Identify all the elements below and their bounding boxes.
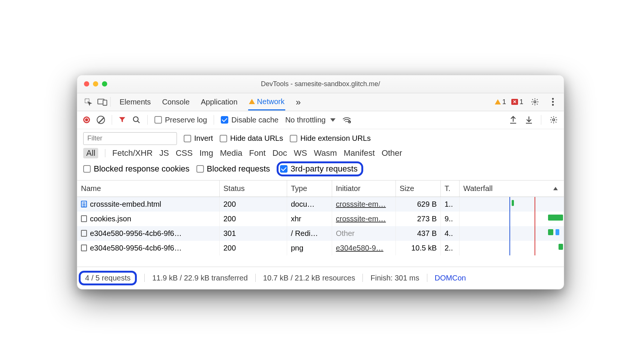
tab-console[interactable]: Console	[161, 94, 190, 110]
waterfall-cell	[460, 212, 564, 226]
panel-tabbar: Elements Console Application Network » 1…	[77, 93, 564, 111]
advanced-filters-row: Blocked response cookies Blocked request…	[77, 161, 564, 181]
type-font[interactable]: Font	[249, 148, 266, 158]
initiator-link[interactable]: crosssite-em…	[336, 200, 386, 209]
network-toolbar: Preserve log Disable cache No throttling	[77, 111, 564, 129]
type-ws[interactable]: WS	[294, 148, 307, 158]
col-time[interactable]: T.	[441, 181, 460, 197]
col-status[interactable]: Status	[220, 181, 287, 197]
hide-extension-urls-checkbox[interactable]: Hide extension URLs	[290, 134, 371, 143]
status-finish: Finish: 301 ms	[370, 274, 419, 282]
hide-data-urls-checkbox[interactable]: Hide data URLs	[220, 134, 283, 143]
initiator-link[interactable]: crosssite-em…	[336, 215, 386, 223]
type-wasm[interactable]: Wasm	[314, 148, 337, 158]
error-count[interactable]: ✕ 1	[511, 98, 523, 106]
export-har-icon[interactable]	[509, 116, 517, 124]
error-icon: ✕	[511, 99, 518, 105]
network-conditions-icon[interactable]	[342, 116, 351, 124]
status-resources: 10.7 kB / 21.2 kB resources	[263, 274, 355, 282]
svg-point-9	[553, 119, 555, 121]
waterfall-cell	[460, 197, 564, 212]
document-icon	[81, 201, 87, 207]
type-media[interactable]: Media	[220, 148, 243, 158]
status-domcontent: DOMCon	[435, 274, 466, 282]
status-requests: 4 / 5 requests	[85, 274, 130, 282]
table-row[interactable]: e304e580-9956-4cb6-9f6… 301 / Redi… Othe…	[77, 226, 564, 241]
throttling-select[interactable]: No throttling	[285, 116, 335, 124]
import-har-icon[interactable]	[525, 116, 533, 124]
warning-count[interactable]: 1	[495, 98, 506, 106]
table-row[interactable]: crosssite-embed.html 200 docu… crosssite…	[77, 197, 564, 212]
filter-input[interactable]	[83, 132, 177, 145]
blocked-requests-checkbox[interactable]: Blocked requests	[196, 164, 270, 174]
svg-point-3	[534, 101, 536, 103]
chevron-down-icon	[330, 118, 335, 122]
tab-network[interactable]: Network	[248, 94, 285, 110]
window-titlebar: DevTools - samesite-sandbox.glitch.me/	[77, 75, 564, 93]
network-settings-icon[interactable]	[550, 116, 558, 124]
initiator-link[interactable]: e304e580-9…	[336, 244, 383, 252]
type-filter-row: All Fetch/XHR JS CSS Img Media Font Doc …	[77, 146, 564, 161]
svg-point-4	[552, 98, 554, 100]
device-toggle-icon[interactable]	[96, 95, 109, 108]
table-row[interactable]: cookies.json 200 xhr crosssite-em… 273 B…	[77, 212, 564, 226]
file-icon	[81, 245, 87, 251]
col-type[interactable]: Type	[287, 181, 332, 197]
type-fetchxhr[interactable]: Fetch/XHR	[112, 148, 153, 158]
table-row[interactable]: e304e580-9956-4cb6-9f6… 200 png e304e580…	[77, 241, 564, 255]
type-manifest[interactable]: Manifest	[344, 148, 375, 158]
clear-button[interactable]	[97, 116, 105, 124]
preserve-log-checkbox[interactable]: Preserve log	[154, 116, 207, 124]
col-initiator[interactable]: Initiator	[332, 181, 396, 197]
tab-application[interactable]: Application	[200, 94, 238, 110]
warning-icon	[249, 99, 255, 104]
svg-rect-2	[103, 100, 107, 105]
search-icon[interactable]	[132, 116, 141, 124]
devtools-window: DevTools - samesite-sandbox.glitch.me/ E…	[77, 75, 564, 289]
type-all[interactable]: All	[83, 148, 98, 158]
invert-checkbox[interactable]: Invert	[184, 134, 213, 143]
col-size[interactable]: Size	[396, 181, 441, 197]
kebab-icon[interactable]	[547, 95, 559, 108]
window-title: DevTools - samesite-sandbox.glitch.me/	[77, 80, 564, 88]
type-js[interactable]: JS	[159, 148, 169, 158]
col-name[interactable]: Name	[77, 181, 220, 197]
third-party-highlight: 3rd-party requests	[277, 161, 363, 176]
waterfall-cell	[460, 226, 564, 241]
status-bar: 4 / 5 requests 11.9 kB / 22.9 kB transfe…	[77, 267, 564, 289]
type-img[interactable]: Img	[199, 148, 213, 158]
network-table-body: crosssite-embed.html 200 docu… crosssite…	[77, 197, 564, 267]
tabs-overflow-icon[interactable]: »	[295, 93, 301, 111]
disable-cache-checkbox[interactable]: Disable cache	[221, 116, 279, 124]
type-doc[interactable]: Doc	[273, 148, 287, 158]
waterfall-cell	[460, 241, 564, 255]
blocked-cookies-checkbox[interactable]: Blocked response cookies	[83, 164, 190, 174]
status-transferred: 11.9 kB / 22.9 kB transferred	[152, 274, 248, 282]
filter-funnel-icon[interactable]	[119, 116, 126, 123]
sort-asc-icon	[553, 187, 558, 190]
network-table-header: Name Status Type Initiator Size T. Water…	[77, 181, 564, 197]
warning-icon	[495, 99, 501, 104]
file-icon	[81, 230, 87, 237]
panel-tabs: Elements Console Application Network »	[119, 93, 301, 111]
filter-row: Invert Hide data URLs Hide extension URL…	[77, 129, 564, 146]
record-button[interactable]	[83, 116, 90, 123]
file-icon	[81, 215, 87, 222]
initiator-other: Other	[336, 229, 355, 238]
col-waterfall[interactable]: Waterfall	[460, 181, 564, 197]
svg-point-7	[133, 117, 138, 122]
type-css[interactable]: CSS	[176, 148, 193, 158]
inspect-icon[interactable]	[82, 95, 94, 108]
third-party-checkbox[interactable]: 3rd-party requests	[280, 164, 358, 174]
requests-highlight: 4 / 5 requests	[79, 271, 137, 285]
svg-point-6	[552, 104, 554, 106]
settings-icon[interactable]	[529, 95, 541, 108]
tab-elements[interactable]: Elements	[119, 94, 151, 110]
type-other[interactable]: Other	[382, 148, 402, 158]
svg-point-5	[552, 101, 554, 103]
